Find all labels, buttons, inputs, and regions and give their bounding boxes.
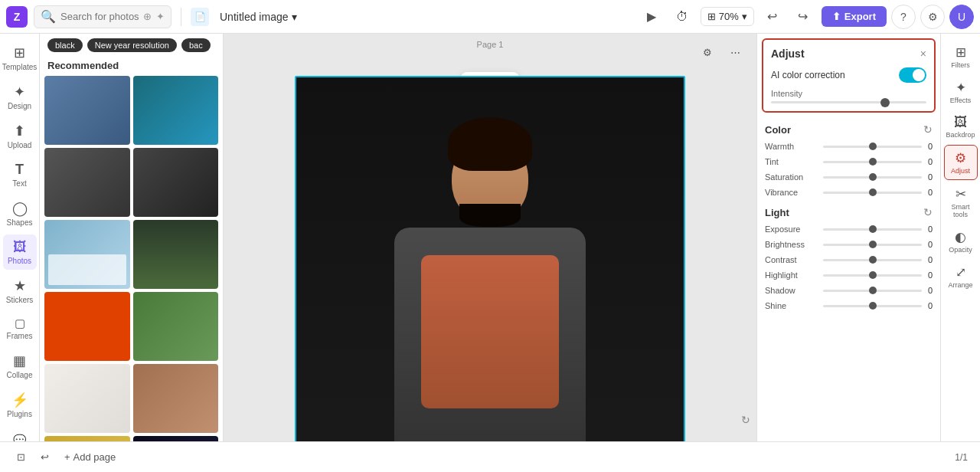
saturation-slider[interactable]	[823, 176, 922, 179]
shine-row: Shine 0	[762, 298, 936, 313]
search-input[interactable]	[60, 11, 139, 22]
photo-thumb[interactable]	[44, 148, 130, 217]
adjust-label: Adjust	[951, 167, 970, 175]
ai-color-toggle[interactable]	[899, 67, 926, 83]
sidebar-item-design[interactable]: ✦ Design	[3, 79, 37, 115]
right-item-adjust[interactable]: ⚙ Adjust	[944, 145, 978, 180]
sidebar-item-templates[interactable]: ⊞ Templates	[3, 40, 37, 76]
photos-label: Photos	[8, 257, 31, 265]
highlight-value: 0	[926, 270, 933, 280]
shine-slider[interactable]	[823, 305, 922, 307]
warmth-row: Warmth 0	[762, 139, 936, 154]
tint-label: Tint	[765, 157, 818, 166]
settings-button[interactable]: ⚙	[920, 5, 945, 29]
photo-thumb[interactable]	[133, 364, 219, 433]
right-item-effects[interactable]: ✦ Effects	[944, 75, 978, 109]
saturation-value: 0	[926, 172, 933, 182]
brightness-slider[interactable]	[823, 244, 922, 246]
highlight-row: Highlight 0	[762, 267, 936, 283]
light-refresh-icon[interactable]: ↻	[923, 206, 933, 218]
intensity-slider[interactable]	[771, 101, 926, 103]
canvas-menu-icon[interactable]: ⚙	[695, 40, 720, 64]
add-page-button[interactable]: + Add page	[60, 448, 120, 466]
photo-thumb[interactable]	[44, 436, 130, 441]
top-bar: Z 🔍 ⊕ ✦ 📄 Untitled image ▾ ▶ ⏱ ⊞ 70% ▾ ↩…	[0, 0, 980, 34]
screen-fit-button[interactable]: ⊡	[12, 448, 30, 466]
page-label: Page 1	[477, 40, 504, 49]
templates-icon: ⊞	[14, 44, 25, 61]
chevron-down-icon: ▾	[742, 11, 747, 22]
divider	[181, 8, 181, 26]
photo-thumb[interactable]	[133, 148, 219, 217]
vibrance-slider[interactable]	[823, 192, 922, 194]
templates-label: Templates	[2, 63, 38, 71]
page-indicator: 1/1	[955, 452, 968, 463]
sidebar-item-stickers[interactable]: ★ Stickers	[3, 273, 37, 309]
sidebar-item-plugins[interactable]: ⚡ Plugins	[3, 387, 37, 423]
tag-bac[interactable]: bac	[181, 38, 211, 52]
sidebar-item-collage[interactable]: ▦ Collage	[3, 348, 37, 384]
photo-thumb[interactable]	[44, 76, 130, 145]
photo-thumb[interactable]	[133, 436, 219, 441]
search-bar[interactable]: 🔍 ⊕ ✦	[34, 5, 172, 28]
sidebar-item-help[interactable]: 💬	[3, 429, 37, 441]
right-item-arrange[interactable]: ⤢ Arrange	[944, 260, 978, 293]
right-item-filters[interactable]: ⊞ Filters	[944, 40, 978, 74]
timer-button[interactable]: ⏱	[670, 5, 694, 29]
intensity-label: Intensity	[771, 89, 926, 98]
effects-icon: ✦	[956, 80, 966, 96]
shapes-label: Shapes	[7, 218, 33, 227]
export-button[interactable]: ⬆ Export	[822, 6, 887, 27]
plugins-icon: ⚡	[11, 392, 28, 408]
chevron-down-icon: ▾	[292, 11, 297, 23]
right-item-smart-tools[interactable]: ✂ Smart tools	[944, 182, 978, 223]
avatar[interactable]: U	[949, 5, 974, 29]
doc-title-button[interactable]: Untitled image ▾	[214, 8, 303, 26]
right-item-backdrop[interactable]: 🖼 Backdrop	[944, 110, 978, 143]
canvas-refresh-icon[interactable]: ↻	[741, 414, 750, 426]
sidebar-item-frames[interactable]: ▢ Frames	[3, 312, 37, 345]
adjust-close-button[interactable]: ×	[920, 48, 926, 60]
help-button[interactable]: ?	[891, 5, 916, 29]
photo-thumb[interactable]	[44, 292, 130, 361]
intensity-slider-row	[771, 101, 926, 103]
add-page-label: Add page	[74, 451, 116, 463]
vibrance-label: Vibrance	[765, 188, 818, 197]
exposure-slider[interactable]	[823, 228, 922, 231]
sidebar-item-shapes[interactable]: ◯ Shapes	[3, 195, 37, 231]
light-section-header: Light ↻	[762, 200, 936, 221]
photo-thumb[interactable]	[44, 364, 130, 433]
warmth-slider[interactable]	[823, 146, 922, 148]
ai-color-row: AI color correction	[771, 67, 926, 83]
color-section-header: Color ↻	[762, 117, 936, 139]
brightness-row: Brightness 0	[762, 237, 936, 252]
photo-thumb[interactable]	[133, 292, 219, 361]
canvas-dots-icon[interactable]: ⋯	[723, 40, 747, 64]
design-icon: ✦	[14, 84, 25, 100]
photo-thumb[interactable]	[44, 220, 130, 289]
photos-grid	[40, 76, 223, 441]
shadow-row: Shadow 0	[762, 283, 936, 298]
contrast-label: Contrast	[765, 255, 818, 264]
play-button[interactable]: ▶	[639, 5, 664, 29]
sidebar-item-upload[interactable]: ⬆ Upload	[3, 118, 37, 154]
photo-thumb[interactable]	[133, 220, 219, 289]
color-refresh-icon[interactable]: ↻	[923, 123, 933, 136]
zoom-control[interactable]: ⊞ 70% ▾	[701, 7, 754, 26]
shadow-slider[interactable]	[823, 290, 922, 292]
undo-history-button[interactable]: ↩	[36, 448, 54, 466]
undo-button[interactable]: ↩	[760, 5, 785, 29]
logo[interactable]: Z	[6, 6, 28, 28]
photo-thumb[interactable]	[133, 76, 219, 145]
magic-icon: ✦	[156, 11, 165, 22]
contrast-slider[interactable]	[823, 259, 922, 261]
shapes-icon: ◯	[12, 200, 28, 217]
right-item-opacity[interactable]: ◐ Opacity	[944, 225, 978, 258]
redo-button[interactable]: ↪	[791, 5, 815, 29]
sidebar-item-photos[interactable]: 🖼 Photos	[3, 234, 37, 270]
highlight-slider[interactable]	[823, 274, 922, 277]
tag-new-year[interactable]: New year resolution	[87, 38, 177, 52]
tint-slider[interactable]	[823, 161, 922, 163]
sidebar-item-text[interactable]: T Text	[3, 157, 37, 192]
tag-black[interactable]: black	[47, 38, 83, 52]
